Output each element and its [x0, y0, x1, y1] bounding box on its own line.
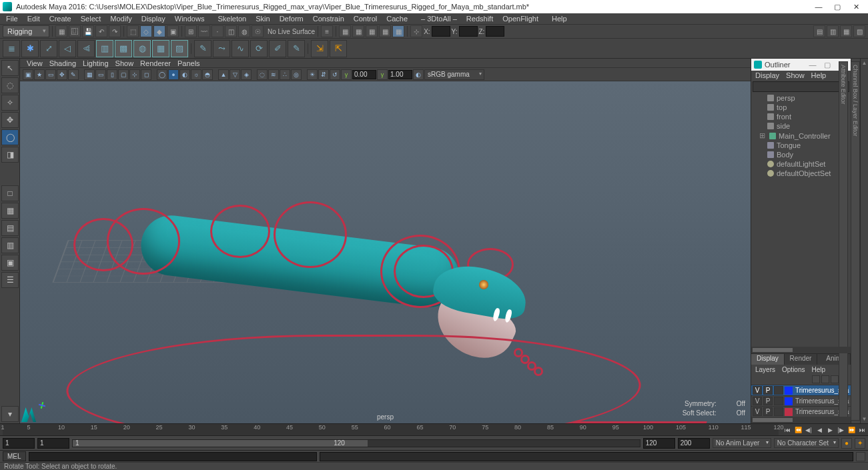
menu-skeleton[interactable]: Skeleton — [213, 14, 251, 23]
minimize-button[interactable]: — — [809, 1, 828, 13]
construction-history-icon[interactable]: ≡ — [321, 25, 333, 37]
menu-help[interactable]: Help — [547, 14, 572, 23]
vp-grease-pencil-icon[interactable]: ✎ — [68, 69, 79, 80]
range-start-inner-field[interactable] — [37, 438, 69, 449]
layout-single-icon[interactable]: □ — [1, 185, 19, 201]
outliner-node-side[interactable]: side — [751, 121, 851, 131]
layer-menu-help[interactable]: Help — [811, 366, 825, 373]
outliner-node-body[interactable]: Body — [751, 150, 851, 159]
menu-cache[interactable]: Cache — [382, 14, 412, 23]
layer-playback-toggle[interactable]: P — [763, 386, 773, 395]
vp-xray-joints-icon[interactable]: ◈ — [241, 69, 252, 80]
menu-skin[interactable]: Skin — [251, 14, 274, 23]
vp-menu-renderer[interactable]: Renderer — [140, 59, 171, 67]
lasso-tool-icon[interactable]: ◌ — [1, 77, 19, 93]
rig-path-curve[interactable] — [53, 335, 654, 423]
outliner-titlebar[interactable]: Outliner — ▢ ✕ — [751, 59, 851, 71]
layout-four-icon[interactable]: ▦ — [1, 203, 19, 219]
layer-hscrollbar[interactable] — [751, 417, 851, 423]
layer-visible-toggle[interactable]: V — [753, 397, 762, 405]
select-mode-component-icon[interactable]: ▣ — [167, 25, 179, 37]
shelf-sculpt-icon[interactable]: ✎ — [288, 40, 305, 57]
paint-select-tool-icon[interactable]: ✧ — [1, 95, 19, 111]
range-end-outer-field[interactable] — [678, 438, 710, 449]
tab-display[interactable]: Display — [751, 354, 785, 365]
tab-attribute-editor[interactable]: Attribute Editor — [839, 61, 848, 421]
layout-more-icon[interactable]: ▾ — [1, 406, 19, 422]
shelf-paint-weights-icon[interactable]: ✎ — [194, 40, 211, 57]
shelf-smooth-bind-icon[interactable]: ▦ — [152, 40, 169, 57]
vp-colorspace-dropdown[interactable]: sRGB gamma — [424, 69, 484, 80]
move-tool-icon[interactable]: ✥ — [1, 112, 19, 128]
vp-expose-reset-icon[interactable]: ↺ — [330, 69, 340, 80]
time-slider[interactable]: 1510152025303540455055606570758085909510… — [0, 423, 868, 435]
vp-film-gate-icon[interactable]: ▭ — [95, 69, 106, 80]
layer-move-up-icon[interactable] — [812, 375, 820, 383]
undo-icon[interactable]: ↶ — [95, 25, 107, 37]
snap-curve-icon[interactable]: 〰 — [198, 25, 210, 37]
play-forwards-icon[interactable]: ▶ — [825, 425, 835, 435]
shelf-lattice-icon[interactable]: ▩ — [115, 40, 132, 57]
command-input[interactable] — [29, 452, 317, 461]
outliner-maximize-icon[interactable]: ▢ — [821, 61, 833, 69]
menu-windows[interactable]: Windows — [170, 14, 209, 23]
layer-row[interactable]: V P Trimeresurus_snake_co — [751, 406, 851, 417]
outliner-menu-show[interactable]: Show — [786, 71, 805, 79]
vp-gamma-toggle-icon[interactable]: γ — [341, 69, 352, 80]
viewport-3d[interactable]: persp Symmetry:Off Soft Select:Off — [20, 81, 751, 423]
y-field[interactable] — [459, 26, 478, 37]
menu-file[interactable]: File — [1, 14, 23, 23]
vp-isolate-icon[interactable]: ▲ — [218, 69, 229, 80]
ipr-render-icon[interactable]: ▦ — [352, 25, 364, 37]
module-selector[interactable]: Rigging — [3, 25, 49, 37]
x-field[interactable] — [432, 26, 450, 37]
vp-menu-panels[interactable]: Panels — [177, 59, 200, 67]
vp-menu-shading[interactable]: Shading — [49, 59, 76, 67]
script-language-toggle[interactable]: MEL — [3, 451, 26, 461]
vp-xray-icon[interactable]: ▽ — [230, 69, 240, 80]
layer-color-swatch[interactable] — [785, 387, 793, 395]
maximize-button[interactable]: ▢ — [828, 1, 847, 13]
vp-shadows-icon[interactable]: ◓ — [202, 69, 213, 80]
vp-aa-icon[interactable]: ∴ — [280, 69, 290, 80]
layer-row[interactable]: V P Trimeresurus_snake — [751, 385, 851, 395]
layer-visible-toggle[interactable]: V — [753, 407, 762, 416]
layout-three-icon[interactable]: ▣ — [1, 255, 19, 271]
menu-control[interactable]: Control — [349, 14, 382, 23]
snap-view-icon[interactable]: ☉ — [252, 25, 264, 37]
layout-outliner-icon[interactable]: ☰ — [1, 272, 19, 288]
vp-gate-mask-icon[interactable]: ▢ — [118, 69, 129, 80]
hypershade-icon[interactable]: ▦ — [392, 25, 404, 37]
shelf-scroll-up-icon[interactable]: ▲ — [862, 60, 867, 66]
time-slider-ticks[interactable]: 1510152025303540455055606570758085909510… — [3, 424, 779, 435]
vp-wireframe-icon[interactable]: ◯ — [157, 69, 167, 80]
layout-two-h-icon[interactable]: ▤ — [1, 220, 19, 236]
layer-playback-toggle[interactable]: P — [763, 397, 773, 405]
redo-icon[interactable]: ↷ — [109, 25, 121, 37]
outliner-menu-help[interactable]: Help — [811, 71, 827, 79]
rotate-tool-icon[interactable]: ◯ — [1, 129, 19, 145]
sidebar-toggle-1-icon[interactable]: ▤ — [813, 25, 825, 37]
select-mode-handle-icon[interactable]: ◇ — [140, 25, 152, 37]
vp-use-lights-icon[interactable]: ☼ — [191, 69, 201, 80]
vp-gamma-mid-icon[interactable]: γ — [377, 69, 388, 80]
rig-ring[interactable] — [274, 201, 347, 268]
range-end-inner-field[interactable] — [643, 438, 675, 449]
outliner-node-defaultobjectset[interactable]: defaultObjectSet — [751, 169, 851, 178]
vp-dof-icon[interactable]: ◎ — [291, 69, 302, 80]
menu-modify[interactable]: Modify — [105, 14, 136, 23]
vp-colorspace-icon[interactable]: ◐ — [413, 69, 424, 80]
vp-image-plane-icon[interactable]: ▭ — [45, 69, 56, 80]
outliner-minimize-icon[interactable]: — — [807, 61, 819, 69]
vp-2d-pan-icon[interactable]: ✥ — [57, 69, 67, 80]
step-fwd-frame-icon[interactable]: |▶ — [836, 425, 845, 435]
vp-gamma-high-field[interactable] — [388, 70, 412, 79]
layer-color-swatch[interactable] — [785, 408, 793, 416]
shelf-cluster-icon[interactable]: ◍ — [133, 40, 151, 57]
shelf-scroll-down-icon[interactable]: ▼ — [862, 416, 867, 422]
vp-textured-icon[interactable]: ◐ — [179, 69, 190, 80]
script-editor-icon[interactable] — [856, 452, 865, 461]
tab-render[interactable]: Render — [785, 354, 818, 365]
menu-select[interactable]: Select — [76, 14, 106, 23]
auto-key-icon[interactable]: ● — [841, 438, 852, 449]
